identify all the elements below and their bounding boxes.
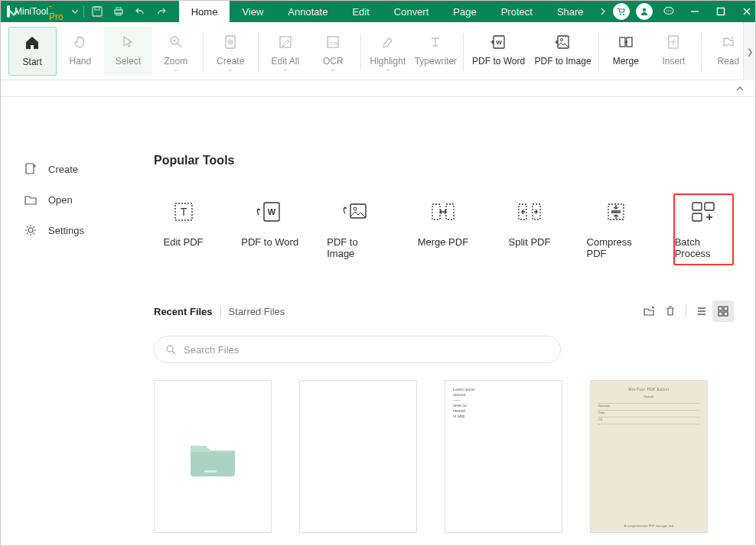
svg-rect-29 xyxy=(620,37,625,47)
menu-home[interactable]: Home xyxy=(179,1,230,22)
menu-share[interactable]: Share xyxy=(545,1,596,22)
popular-tools-heading: Popular Tools xyxy=(154,154,734,167)
svg-point-58 xyxy=(167,346,173,352)
redo-icon[interactable] xyxy=(152,1,171,22)
svg-rect-60 xyxy=(204,470,217,473)
menu-protect[interactable]: Protect xyxy=(489,1,545,22)
svg-point-7 xyxy=(642,8,645,11)
sidebar-settings[interactable]: Settings xyxy=(24,215,154,245)
ribbon-highlight[interactable]: Highlight⌄ xyxy=(364,27,412,71)
insert-icon xyxy=(665,31,682,53)
typewriter-icon xyxy=(427,31,444,53)
print-icon[interactable] xyxy=(109,1,129,22)
ribbon: Start Hand Select Zoom⌄ Create⌄ Edit All… xyxy=(1,22,755,80)
ribbon-start[interactable]: Start xyxy=(8,27,57,76)
ribbon-merge[interactable]: Merge xyxy=(602,27,650,67)
menu-convert[interactable]: Convert xyxy=(382,1,442,22)
svg-text:T: T xyxy=(180,206,187,218)
open-folder-icon[interactable] xyxy=(638,301,660,322)
folder-icon xyxy=(24,193,37,206)
maximize-button[interactable] xyxy=(708,1,734,22)
svg-point-28 xyxy=(560,39,562,41)
search-placeholder: Search Files xyxy=(184,344,239,356)
search-input[interactable]: Search Files xyxy=(154,336,561,363)
tool-split-pdf[interactable]: Split PDF xyxy=(500,198,559,265)
file-thumb-3[interactable]: Lorem ipsumdolorsit------amet consectetu… xyxy=(445,380,562,533)
merge-icon xyxy=(618,31,634,53)
recent-files-grid: Lorem ipsumdolorsit------amet consectetu… xyxy=(154,380,734,533)
popular-tools-row: T Edit PDF W PDF to Word PDF to Image Me… xyxy=(154,198,734,265)
tool-edit-pdf[interactable]: T Edit PDF xyxy=(154,198,213,265)
svg-rect-54 xyxy=(719,307,722,310)
merge-pdf-icon xyxy=(429,198,457,226)
tab-starred-files[interactable]: Starred Files xyxy=(229,306,293,317)
tool-pdf-to-word[interactable]: W PDF to Word xyxy=(240,198,299,265)
folder-large-icon xyxy=(186,435,240,478)
menu-view[interactable]: View xyxy=(230,1,275,22)
tool-merge-pdf[interactable]: Merge PDF xyxy=(413,198,472,265)
cart-icon[interactable] xyxy=(613,3,630,20)
user-icon[interactable] xyxy=(636,3,653,20)
delete-icon[interactable] xyxy=(660,301,681,322)
svg-rect-0 xyxy=(93,7,102,16)
pdf-word-icon: W xyxy=(256,198,284,226)
ribbon-zoom[interactable]: Zoom⌄ xyxy=(152,27,200,71)
file-thumb-1[interactable] xyxy=(154,380,272,533)
ribbon-ocr[interactable]: OCR OCR⌄ xyxy=(309,27,357,71)
tab-recent-files[interactable]: Recent Files xyxy=(154,306,220,317)
create-file-icon xyxy=(24,162,37,176)
create-icon xyxy=(222,31,239,53)
ribbon-collapse[interactable] xyxy=(1,80,755,97)
save-icon[interactable] xyxy=(87,1,107,22)
svg-point-5 xyxy=(620,14,621,15)
svg-rect-55 xyxy=(724,307,728,310)
svg-rect-56 xyxy=(719,312,722,316)
list-view-icon[interactable] xyxy=(691,301,712,322)
menu-annotate[interactable]: Annotate xyxy=(275,1,340,22)
svg-point-10 xyxy=(668,10,670,11)
undo-icon[interactable] xyxy=(130,1,150,22)
ribbon-insert[interactable]: Insert xyxy=(650,27,698,67)
svg-text:W: W xyxy=(267,207,275,216)
feedback-icon[interactable] xyxy=(656,1,682,22)
ribbon-hand[interactable]: Hand xyxy=(57,27,105,67)
search-icon xyxy=(165,344,176,355)
svg-point-43 xyxy=(354,207,357,210)
sidebar-open[interactable]: Open xyxy=(24,184,154,215)
ribbon-pdf-to-word[interactable]: W PDF to Word xyxy=(467,27,531,67)
grid-view-icon[interactable] xyxy=(712,301,734,322)
highlight-icon xyxy=(380,31,396,53)
svg-rect-57 xyxy=(724,312,728,316)
file-thumb-4[interactable]: MiniTool PDF Editor Sample Revision Date… xyxy=(590,380,708,533)
menu-overflow-icon[interactable] xyxy=(596,1,610,22)
quick-access-toolbar xyxy=(68,1,173,22)
cursor-icon xyxy=(119,31,136,53)
sidebar-create[interactable]: Create xyxy=(24,154,154,184)
tool-pdf-to-image[interactable]: PDF to Image xyxy=(327,198,386,265)
svg-rect-44 xyxy=(432,204,440,219)
tool-batch-process[interactable]: Batch Process xyxy=(673,193,734,265)
hand-icon xyxy=(72,31,89,53)
app-title: MiniTool-Pro xyxy=(15,1,68,22)
ribbon-typewriter[interactable]: Typewriter xyxy=(412,27,460,67)
ribbon-pdf-to-image[interactable]: PDF to Image xyxy=(531,27,595,67)
svg-rect-3 xyxy=(116,8,121,10)
close-button[interactable] xyxy=(734,1,756,22)
ribbon-create[interactable]: Create⌄ xyxy=(207,27,255,71)
svg-line-59 xyxy=(172,351,175,354)
compress-pdf-icon xyxy=(604,198,628,226)
ribbon-select[interactable]: Select xyxy=(104,27,152,76)
minimize-button[interactable] xyxy=(682,1,708,22)
svg-rect-13 xyxy=(717,8,724,15)
titlebar: MiniTool-Pro Home View Annotate Edit Con… xyxy=(1,1,755,22)
ribbon-edit-all[interactable]: Edit All⌄ xyxy=(262,27,310,71)
file-thumb-2[interactable] xyxy=(299,380,417,533)
menu-page[interactable]: Page xyxy=(441,1,488,22)
menu-edit[interactable]: Edit xyxy=(340,1,381,22)
tool-compress-pdf[interactable]: Compress PDF xyxy=(587,198,646,265)
qat-dropdown[interactable] xyxy=(70,1,80,22)
ribbon-overflow[interactable]: ❯ xyxy=(743,22,755,80)
pdf-to-word-icon: W xyxy=(489,31,509,53)
svg-point-9 xyxy=(666,10,667,11)
content: Popular Tools T Edit PDF W PDF to Word P… xyxy=(154,97,755,545)
